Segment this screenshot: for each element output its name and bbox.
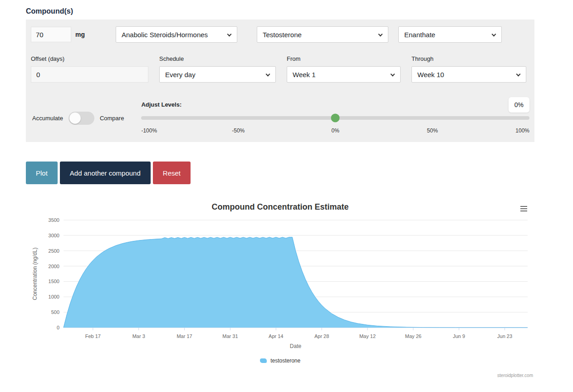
- x-tick-label: May 12: [359, 333, 376, 339]
- watermark-text: steroidplotter.com: [497, 373, 533, 378]
- x-tick-label: Mar 3: [132, 333, 145, 339]
- x-tick-label: May 26: [405, 333, 421, 339]
- accumulate-compare-toggle[interactable]: [69, 112, 94, 125]
- y-tick-label: 1500: [49, 279, 59, 284]
- compound-select-value: Testosterone: [263, 31, 302, 39]
- chart-container: Compound Concentration Estimate 05001000…: [26, 199, 534, 380]
- adjust-slider-thumb[interactable]: [331, 114, 340, 122]
- chevron-down-icon: [391, 72, 395, 77]
- x-tick-label: Apr 28: [314, 333, 329, 339]
- slider-tick-label: 0%: [332, 127, 339, 134]
- offset-label: Offset (days): [31, 55, 148, 62]
- toggle-knob[interactable]: [69, 113, 81, 124]
- slider-tick-labels: -100%-50%0%50%100%: [141, 127, 529, 134]
- y-tick-label: 2000: [49, 264, 59, 269]
- ester-select-value: Enanthate: [404, 31, 435, 39]
- chart-title: Compound Concentration Estimate: [26, 199, 534, 212]
- through-select-value: Week 10: [417, 71, 444, 78]
- chevron-down-icon: [227, 32, 232, 37]
- category-select-value: Anabolic Steroids/Hormones: [122, 31, 208, 39]
- chart-svg: 0500100015002000250030003500Feb 17Mar 3M…: [26, 214, 534, 350]
- chevron-down-icon: [492, 32, 496, 37]
- chevron-down-icon: [516, 72, 521, 77]
- from-select-value: Week 1: [293, 71, 316, 78]
- page-title: Compound(s): [0, 0, 573, 15]
- through-select[interactable]: Week 10: [411, 66, 526, 83]
- y-axis-title: Concentration (ng/dL): [32, 247, 38, 300]
- compound-main-row: mg Anabolic Steroids/Hormones Testostero…: [31, 26, 529, 43]
- slider-tick-label: 50%: [427, 127, 438, 134]
- accumulate-label: Accumulate: [32, 115, 63, 122]
- from-label: From: [287, 55, 401, 62]
- adjust-row: Accumulate Compare Adjust Levels: 0% -10…: [31, 96, 529, 134]
- y-tick-label: 500: [51, 309, 59, 315]
- x-tick-label: Feb 17: [85, 333, 101, 339]
- y-tick-label: 0: [57, 325, 59, 330]
- adjust-levels-header: Adjust Levels: 0%: [141, 96, 529, 113]
- x-tick-label: Mar 31: [222, 333, 238, 339]
- adjust-value-badge: 0%: [509, 97, 529, 113]
- chart-menu-icon[interactable]: [519, 203, 528, 214]
- x-tick-label: Jun 9: [453, 333, 465, 339]
- x-tick-label: Apr 14: [269, 333, 283, 339]
- x-tick-label: Jun 23: [497, 333, 512, 339]
- accumulate-compare-group: Accumulate Compare: [32, 112, 124, 125]
- menu-bar: [520, 206, 527, 207]
- chevron-down-icon: [378, 32, 383, 37]
- compare-label: Compare: [100, 115, 124, 122]
- compound-panel: mg Anabolic Steroids/Hormones Testostero…: [26, 20, 534, 142]
- offset-input[interactable]: [31, 66, 148, 83]
- legend-area-marker: [260, 358, 267, 363]
- adjust-slider-track[interactable]: [141, 116, 529, 120]
- steroid-plotter-page: Compound(s) mg Anabolic Steroids/Hormone…: [0, 0, 573, 392]
- plot-button[interactable]: Plot: [26, 162, 58, 184]
- slider-tick-label: -50%: [232, 127, 245, 134]
- y-tick-label: 3000: [49, 233, 59, 238]
- compound-select[interactable]: Testosterone: [257, 26, 388, 43]
- slider-tick-label: 100%: [515, 127, 529, 134]
- through-field: Through Week 10: [411, 55, 526, 83]
- through-label: Through: [411, 55, 526, 62]
- legend-label: testosterone: [270, 358, 300, 364]
- adjust-levels-group: Adjust Levels: 0% -100%-50%0%50%100%: [141, 96, 529, 134]
- dose-unit-label: mg: [75, 31, 85, 38]
- chart-legend-item[interactable]: testosterone: [26, 358, 534, 364]
- reset-button[interactable]: Reset: [153, 162, 191, 184]
- menu-bar: [520, 208, 527, 209]
- offset-field: Offset (days): [31, 55, 148, 83]
- slider-tick-label: -100%: [141, 127, 157, 134]
- menu-bar: [520, 211, 527, 211]
- schedule-select-value: Every day: [165, 71, 196, 78]
- adjust-levels-label: Adjust Levels:: [141, 101, 181, 108]
- y-tick-label: 3500: [49, 217, 59, 223]
- from-select[interactable]: Week 1: [287, 66, 401, 83]
- schedule-field: Schedule Every day: [159, 55, 276, 83]
- x-axis-title: Date: [290, 343, 302, 349]
- category-select[interactable]: Anabolic Steroids/Hormones: [116, 26, 237, 43]
- y-tick-label: 1000: [49, 294, 59, 299]
- dose-input[interactable]: [31, 27, 71, 42]
- ester-select[interactable]: Enanthate: [398, 26, 502, 43]
- add-compound-button[interactable]: Add another compound: [60, 162, 151, 184]
- action-buttons: Plot Add another compound Reset: [26, 162, 573, 184]
- y-tick-label: 2500: [49, 248, 59, 254]
- schedule-label: Schedule: [159, 55, 276, 62]
- chevron-down-icon: [266, 72, 270, 77]
- from-field: From Week 1: [287, 55, 401, 83]
- schedule-row: Offset (days) Schedule Every day From We…: [31, 55, 529, 83]
- schedule-select[interactable]: Every day: [159, 66, 276, 83]
- x-tick-label: Mar 17: [176, 333, 192, 339]
